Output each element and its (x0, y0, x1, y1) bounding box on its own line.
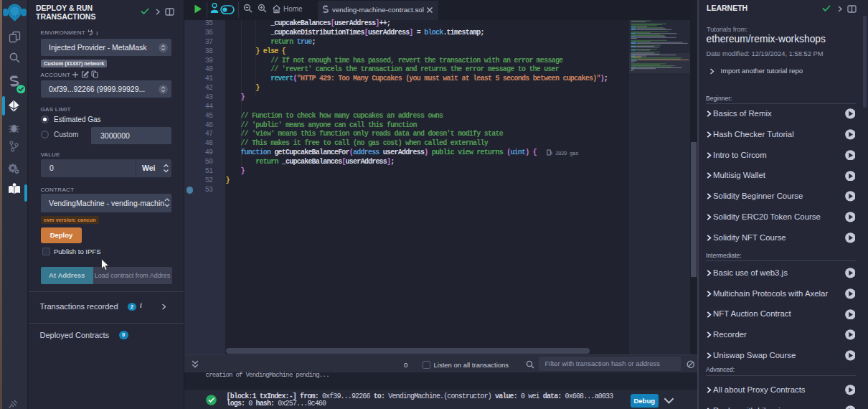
svg-text:i: i (96, 29, 98, 36)
